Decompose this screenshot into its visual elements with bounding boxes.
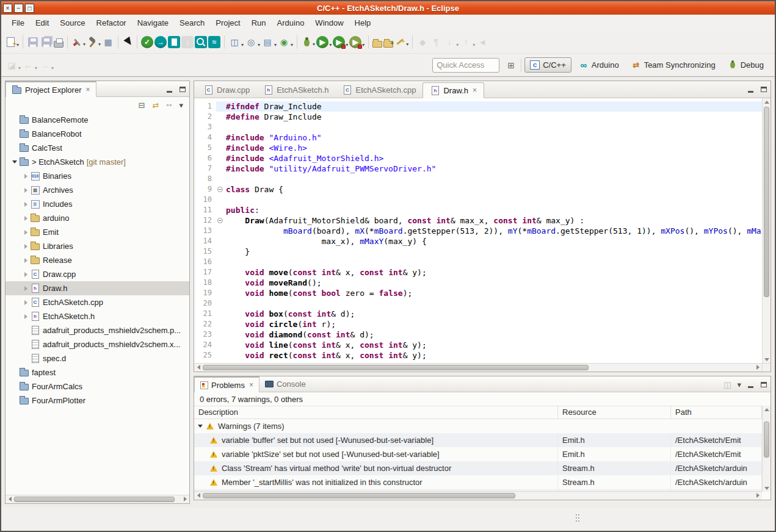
tree-twisty-icon[interactable]: [21, 230, 30, 235]
title-bar[interactable]: ×−□ C/C++ - EtchASketch/Draw.h - Eclipse: [1, 1, 775, 15]
code-line-24[interactable]: 24 void line(const int& x, const int& y)…: [194, 340, 762, 350]
tree-twisty-icon[interactable]: [21, 202, 30, 207]
tree-twisty-icon[interactable]: [21, 258, 30, 263]
warnings-group-row[interactable]: Warnings (7 items): [194, 419, 762, 433]
tree-item-libraries[interactable]: Libraries: [5, 239, 189, 253]
minimize-view-button[interactable]: [165, 84, 173, 94]
tree-item-archives[interactable]: ▤Archives: [5, 183, 189, 197]
code-line-8[interactable]: 8: [194, 174, 762, 184]
minimize-view-button[interactable]: [746, 379, 755, 389]
scrollbar-thumb[interactable]: [203, 493, 515, 498]
column-header-description[interactable]: Description: [194, 406, 558, 419]
code-line-4[interactable]: 4#include "Arduino.h": [194, 132, 762, 143]
code-line-20[interactable]: 20: [194, 298, 762, 309]
perspective-team-synchronizing[interactable]: ⇄Team Synchronizing: [626, 58, 720, 72]
code-line-21[interactable]: 21 void box(const int& d);: [194, 309, 762, 319]
link-with-editor-button[interactable]: ⇄: [152, 101, 159, 110]
tree-item-fourarmplotter[interactable]: FourArmPlotter: [5, 394, 189, 408]
menu-window[interactable]: Window: [310, 16, 349, 30]
code-line-13[interactable]: 13 mBoard(board), mX(*mBoard.getStepper(…: [194, 226, 762, 236]
menu-project[interactable]: Project: [210, 16, 245, 30]
arduino-verify-button[interactable]: ✓: [140, 35, 154, 49]
tree-item-etchasketch-cpp[interactable]: CEtchASketch.cpp: [5, 295, 189, 309]
code-line-2[interactable]: 2#define Draw_Include: [194, 112, 762, 122]
editor-hscr ollbar[interactable]: [194, 363, 762, 372]
code-editor[interactable]: 1#ifndef Draw_Include2#define Draw_Inclu…: [194, 98, 762, 363]
arduino-upload-button[interactable]: →: [154, 35, 167, 49]
maximize-view-button[interactable]: [760, 84, 768, 94]
editor-tab-etchasketch-h[interactable]: hEtchASketch.h: [256, 82, 335, 98]
serial-monitor-button[interactable]: [194, 35, 208, 49]
group-by-button[interactable]: ◫: [723, 380, 731, 389]
menu-help[interactable]: Help: [349, 16, 377, 30]
collapse-all-button[interactable]: ⊟: [139, 101, 145, 110]
code-line-10[interactable]: 10: [194, 195, 762, 205]
problems-hscrollbar[interactable]: [194, 491, 762, 500]
maximize-button[interactable]: □: [25, 4, 34, 13]
perspective-debug[interactable]: Debug: [723, 58, 769, 72]
column-header-resource[interactable]: Resource: [558, 406, 671, 419]
scroll-up-icon[interactable]: [763, 98, 771, 106]
open-perspective-button[interactable]: ⊞: [504, 58, 518, 73]
tree-twisty-icon[interactable]: [21, 216, 30, 221]
tree-item-binaries[interactable]: 010Binaries: [5, 169, 189, 183]
tree-twisty-icon[interactable]: [21, 286, 30, 291]
menu-source[interactable]: Source: [54, 16, 90, 30]
scroll-left-icon[interactable]: [194, 364, 203, 371]
open-folder-button[interactable]: [372, 36, 383, 49]
problem-row[interactable]: Class 'Stream' has virtual method 'write…: [194, 461, 762, 475]
new-class-wizard-button[interactable]: ◉▾: [277, 35, 294, 49]
tree-item-etchasketch[interactable]: > EtchASketch [git master]: [5, 155, 189, 169]
code-line-7[interactable]: 7#include "utility/Adafruit_PWMServoDriv…: [194, 164, 762, 174]
column-header-path[interactable]: Path: [671, 406, 762, 419]
minimize-view-button[interactable]: [746, 84, 755, 94]
tree-item-calctest[interactable]: CalcTest: [5, 141, 189, 155]
scroll-down-icon[interactable]: [763, 356, 771, 363]
tree-item-adafruit-products-mshieldv2schem-x[interactable]: adafruit_products_mshieldv2schem.x...: [5, 337, 189, 351]
serial-plotter-button[interactable]: ≈: [208, 35, 221, 49]
external-tools-button[interactable]: ▶▾: [332, 35, 349, 49]
editor-tab-draw-h[interactable]: hDraw.h×: [422, 82, 484, 98]
fold-collapse-icon[interactable]: −: [217, 218, 223, 223]
scrollbar-thumb[interactable]: [14, 497, 175, 502]
pointer-button[interactable]: [121, 35, 134, 49]
code-line-18[interactable]: 18 void moveRand();: [194, 278, 762, 288]
code-line-12[interactable]: 12− Draw(Adafruit_MotorShield& board, co…: [194, 215, 762, 226]
code-line-16[interactable]: 16: [194, 257, 762, 267]
arduino-new-sketch-button[interactable]: [167, 35, 181, 49]
view-menu-button[interactable]: ▾: [737, 380, 741, 389]
tree-item-release[interactable]: Release: [5, 253, 189, 267]
code-line-1[interactable]: 1#ifndef Draw_Include: [194, 101, 762, 112]
fold-collapse-icon[interactable]: −: [217, 187, 223, 192]
view-menu-button[interactable]: ▾: [179, 101, 183, 110]
explorer-hscrollbar[interactable]: [5, 495, 189, 503]
build-settings-button[interactable]: ▾: [71, 35, 86, 49]
tree-item-includes[interactable]: ≡Includes: [5, 197, 189, 211]
tree-item-adafruit-products-mshieldv2schem-p[interactable]: adafruit_products_mshieldv2schem.p...: [5, 323, 189, 337]
tree-twisty-icon[interactable]: [10, 160, 19, 164]
minimize-button[interactable]: −: [14, 4, 23, 13]
tree-item-balancerobot[interactable]: BalanceRobot: [5, 127, 189, 141]
tree-twisty-icon[interactable]: [21, 188, 30, 193]
tree-item-arduino[interactable]: arduino: [5, 211, 189, 225]
code-line-22[interactable]: 22 void circle(int r);: [194, 319, 762, 329]
print-button[interactable]: [53, 36, 64, 49]
tree-item-etchasketch-h[interactable]: hEtchASketch.h: [5, 309, 189, 323]
scroll-right-icon[interactable]: [753, 364, 762, 371]
problem-row[interactable]: variable 'pktSize' set but not used [-Wu…: [194, 447, 762, 461]
tree-twisty-icon[interactable]: [21, 300, 30, 305]
scroll-up-icon[interactable]: [763, 406, 771, 413]
focus-button[interactable]: ••: [166, 101, 172, 110]
code-line-14[interactable]: 14 max_x), mMaxY(max_y) {: [194, 236, 762, 246]
build-all-button[interactable]: ▦: [101, 35, 115, 49]
build-button[interactable]: ▾: [86, 35, 101, 49]
import-folder-button[interactable]: [383, 36, 394, 49]
scroll-right-icon[interactable]: [753, 492, 762, 499]
new-source-file-button[interactable]: ▤▾: [261, 35, 277, 49]
tree-item-balanceremote[interactable]: BalanceRemote: [5, 113, 189, 127]
code-line-6[interactable]: 6#include <Adafruit_MotorShield.h>: [194, 153, 762, 164]
editor-vscrollbar[interactable]: [762, 98, 771, 363]
menu-arduino[interactable]: Arduino: [272, 16, 310, 30]
code-line-17[interactable]: 17 void move(const int& x, const int& y)…: [194, 267, 762, 278]
code-line-19[interactable]: 19 void home(const bool zero = false);: [194, 288, 762, 298]
